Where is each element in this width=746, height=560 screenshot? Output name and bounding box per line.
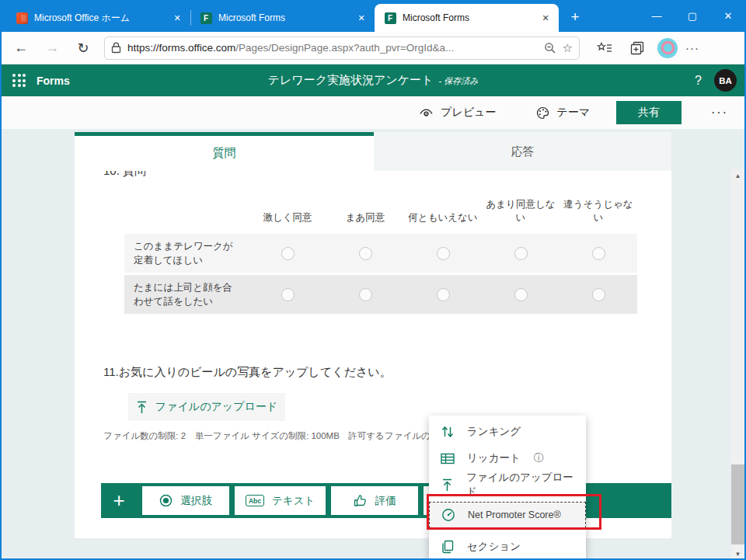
vertical-scrollbar[interactable]: ▲ ▼ (731, 169, 744, 560)
tab-questions[interactable]: 質問 (75, 132, 374, 171)
design-content: 質問 応答 10. 質問 激しく同意 まあ同意 何ともいえない あまり同意しない… (0, 129, 746, 560)
browser-tab-bar: Microsoft Office ホーム ✕ F Microsoft Forms… (0, 0, 746, 32)
likert-radio[interactable] (359, 288, 372, 301)
section-icon (440, 540, 455, 554)
new-tab-button[interactable]: + (563, 5, 587, 29)
scroll-up-icon[interactable]: ▲ (731, 169, 744, 182)
theme-label: テーマ (556, 106, 590, 120)
browser-nav-bar: ← → ↻ https://forms.office.com/Pages/Des… (0, 32, 746, 64)
question-type-menu: ランキング リッカート ⓘ ファイルのアップロード Net Promoter (429, 416, 586, 560)
browser-tab-office-home[interactable]: Microsoft Office ホーム ✕ (6, 4, 190, 32)
lock-icon (111, 42, 121, 54)
forms-app-header: Forms テレワーク実施状況アンケート - 保存済み ? BA (0, 64, 746, 96)
share-button[interactable]: 共有 (616, 101, 682, 124)
choice-label: 選択肢 (180, 494, 212, 508)
account-avatar[interactable]: BA (714, 69, 737, 92)
thumbs-up-icon (354, 494, 368, 507)
address-bar[interactable]: https://forms.office.com/Pages/DesignPag… (104, 37, 580, 60)
info-icon[interactable]: ⓘ (534, 451, 544, 465)
browser-menu-icon[interactable]: ··· (685, 41, 699, 54)
menu-item-net-promoter-score[interactable]: Net Promoter Score® (429, 502, 586, 528)
question11-title: 11.お気に入りのビールの写真をアップしてください。 (103, 365, 671, 380)
browser-tab-forms-1[interactable]: F Microsoft Forms ✕ (190, 4, 375, 32)
likert-column-header: あまり同意しない (482, 188, 560, 231)
likert-matrix: 激しく同意 まあ同意 何ともいえない あまり同意しない 違うそうじゃない このま… (124, 188, 637, 314)
add-text-button[interactable]: Abc テキスト (235, 486, 326, 515)
file-upload-button[interactable]: ファイルのアップロード (128, 393, 285, 421)
form-title-group: テレワーク実施状況アンケート - 保存済み (0, 73, 746, 88)
tab-responses[interactable]: 応答 (374, 132, 671, 171)
add-question-button[interactable]: + (101, 483, 137, 518)
tab-title: Microsoft Forms (403, 12, 532, 23)
menu-item-file-upload[interactable]: ファイルのアップロード (429, 471, 586, 498)
nav-right-icons: ··· (592, 37, 699, 60)
likert-radio[interactable] (514, 288, 528, 301)
ranking-icon (440, 425, 455, 439)
forms-logo-icon: F (384, 12, 396, 24)
donut-avatar-icon (661, 41, 675, 54)
likert-radio[interactable] (592, 247, 605, 260)
window-border-left (0, 32, 2, 560)
palette-icon (536, 106, 549, 120)
window-minimize-button[interactable]: — (639, 0, 675, 32)
question10-clipped-title: 10. 質問 (103, 171, 671, 179)
app-launcher-icon[interactable] (12, 74, 26, 87)
eye-icon (419, 107, 434, 118)
likert-radio[interactable] (514, 247, 528, 260)
browser-tab-forms-active[interactable]: F Microsoft Forms ✕ (375, 4, 559, 32)
likert-radio[interactable] (359, 247, 372, 260)
favorites-bar-icon[interactable] (592, 37, 617, 60)
theme-button[interactable]: テーマ (536, 106, 590, 120)
upload-icon (136, 401, 148, 414)
window-close-button[interactable]: ✕ (710, 0, 746, 32)
form-title: テレワーク実施状況アンケート (268, 73, 434, 88)
help-button[interactable]: ? (695, 74, 702, 88)
likert-row-1: このままテレワークが定着してほしい (124, 234, 637, 273)
file-upload-label: ファイルのアップロード (155, 400, 277, 414)
likert-row-label: たまには上司と顔を合わせて話をしたい (124, 275, 249, 314)
likert-radio[interactable] (437, 247, 450, 260)
design-tabs: 質問 応答 (75, 132, 671, 171)
likert-header-row: 激しく同意 まあ同意 何ともいえない あまり同意しない 違うそうじゃない (124, 188, 637, 231)
likert-radio[interactable] (437, 288, 450, 301)
likert-grid-icon (440, 453, 455, 464)
more-actions-icon[interactable]: ··· (711, 106, 728, 120)
menu-item-label: Net Promoter Score® (468, 510, 561, 520)
likert-radio[interactable] (281, 288, 295, 301)
app-name: Forms (37, 75, 70, 87)
rating-label: 評価 (375, 494, 396, 508)
save-status: - 保存済み (438, 75, 478, 87)
window-maximize-button[interactable]: ▢ (675, 0, 710, 32)
zoom-out-icon[interactable] (544, 42, 556, 54)
menu-item-likert[interactable]: リッカート ⓘ (429, 445, 586, 471)
refresh-button[interactable]: ↻ (70, 37, 96, 60)
menu-item-section[interactable]: セクション (429, 534, 586, 560)
add-favorite-icon[interactable]: ☆ (563, 41, 573, 55)
profile-avatar[interactable] (657, 38, 678, 58)
tab-close-icon[interactable]: ✕ (170, 11, 184, 25)
upload-constraints: ファイル数の制限: 2 単一ファイル サイズの制限: 100MB 許可するファイ… (103, 430, 671, 442)
upload-icon (440, 478, 455, 492)
add-choice-button[interactable]: 選択肢 (142, 486, 229, 515)
preview-label: プレビュー (441, 106, 496, 120)
likert-column-header: まあ同意 (326, 188, 404, 231)
menu-item-label: ランキング (467, 425, 521, 439)
back-button[interactable]: ← (8, 37, 34, 60)
menu-item-label: ファイルのアップロード (466, 471, 578, 499)
abc-icon: Abc (246, 495, 264, 506)
menu-item-label: セクション (467, 540, 521, 554)
menu-item-label: リッカート (467, 451, 521, 465)
menu-item-ranking[interactable]: ランキング (429, 419, 586, 445)
url-text: https://forms.office.com/Pages/DesignPag… (127, 42, 538, 54)
tab-close-icon[interactable]: ✕ (354, 11, 368, 25)
browser-window: Microsoft Office ホーム ✕ F Microsoft Forms… (0, 0, 746, 560)
forms-logo-icon: F (200, 12, 212, 24)
likert-radio[interactable] (592, 288, 605, 301)
likert-radio[interactable] (281, 247, 295, 260)
scrollbar-thumb[interactable] (731, 464, 744, 544)
add-rating-button[interactable]: 評価 (331, 486, 418, 515)
collections-icon[interactable] (625, 37, 650, 60)
preview-button[interactable]: プレビュー (419, 106, 496, 120)
tab-close-icon[interactable]: ✕ (539, 11, 553, 25)
text-label: テキスト (272, 494, 315, 508)
